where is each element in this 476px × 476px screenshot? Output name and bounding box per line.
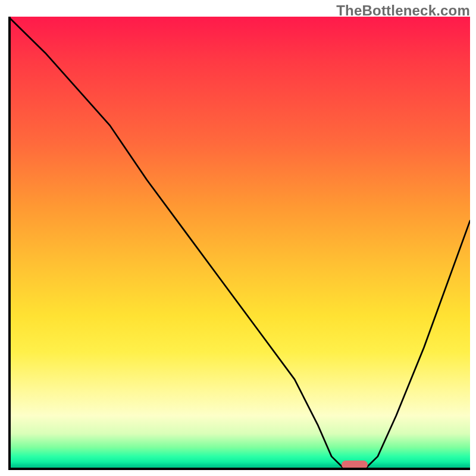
bottleneck-curve [8,17,470,470]
watermark-text: TheBottleneck.com [336,2,470,19]
curve-path [8,17,470,470]
optimal-point-marker [342,461,368,469]
plot-area [8,17,470,470]
chart-container: TheBottleneck.com [0,0,476,476]
